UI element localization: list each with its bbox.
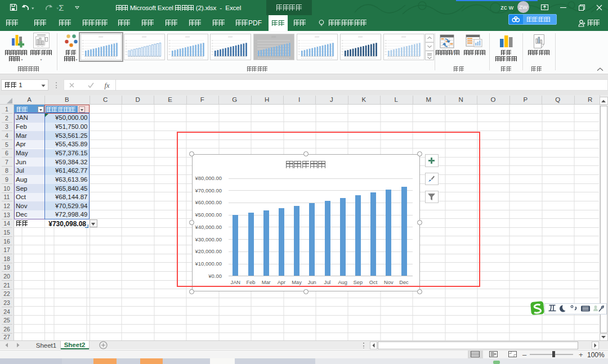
svg-text:####: #### bbox=[358, 36, 363, 38]
svg-text:####: #### bbox=[142, 36, 146, 38]
svg-text:####: #### bbox=[315, 36, 319, 38]
svg-text:####: #### bbox=[271, 36, 276, 38]
svg-text:####: #### bbox=[185, 36, 190, 38]
svg-text:####: #### bbox=[401, 36, 406, 38]
svg-text:fx: fx bbox=[104, 82, 109, 89]
svg-text:Σ: Σ bbox=[59, 3, 64, 12]
svg-text:####: #### bbox=[228, 36, 233, 38]
